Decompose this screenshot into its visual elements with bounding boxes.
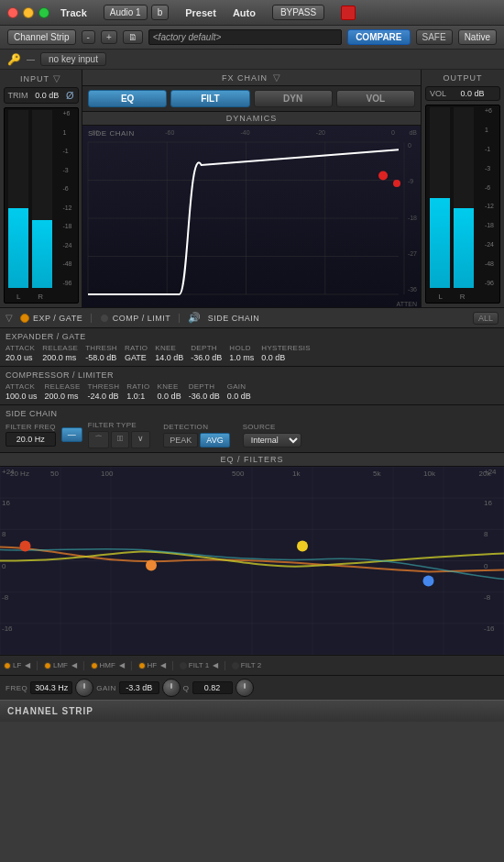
knee-value[interactable]: 14.0 dB	[155, 353, 183, 362]
native-btn[interactable]: Native	[458, 29, 497, 45]
hysteresis-value[interactable]: 0.0 dB	[261, 353, 311, 362]
minimize-button[interactable]	[23, 7, 34, 18]
hf-led[interactable]	[138, 662, 146, 669]
gain-knob[interactable]	[162, 679, 181, 697]
attack-value[interactable]: 20.0 us	[5, 353, 35, 362]
q-knob[interactable]	[236, 679, 254, 697]
comp-power-led[interactable]	[100, 314, 109, 323]
input-vu-meter: +61-1-3 -6-12-18-24 -48-96 L R	[4, 107, 79, 304]
plus-btn[interactable]: +	[101, 30, 117, 44]
detection-buttons: PEAK AVG	[163, 433, 229, 448]
db-label: dB	[409, 129, 417, 136]
comp-depth-value[interactable]: -36.0 dB	[189, 392, 220, 401]
ratio-value[interactable]: GATE	[125, 353, 148, 362]
filt1-band-ctrl: FILT 1 ◀	[180, 661, 218, 669]
thresh-value[interactable]: -58.0 dB	[85, 353, 117, 362]
input-arrow[interactable]: ▽	[53, 73, 61, 83]
audio1-btn[interactable]: Audio 1	[104, 5, 148, 20]
comp-thresh-value[interactable]: -24.0 dB	[88, 392, 120, 401]
hmf-led[interactable]	[91, 662, 98, 669]
eq-btn[interactable]: EQ	[88, 90, 167, 107]
vol-value[interactable]: 0.0 dB	[449, 89, 496, 98]
vol-row: VOL 0.0 dB	[425, 86, 500, 101]
comp-ratio-value[interactable]: 1.0:1	[126, 392, 149, 401]
minus-btn[interactable]: -	[82, 30, 95, 44]
comp-attack-group: ATTACK 100.0 us	[5, 382, 38, 401]
lf-led[interactable]	[4, 662, 11, 669]
audio-dropdown[interactable]: Audio 1 b	[104, 5, 169, 20]
exp-gate-title: EXPANDER / GATE	[5, 332, 499, 341]
side-chain-btn[interactable]: SIDE CHAIN	[208, 314, 260, 323]
trim-value[interactable]: 0.0 dB	[31, 91, 63, 100]
avg-btn[interactable]: AVG	[200, 433, 229, 448]
comp-release-value[interactable]: 200.0 ms	[45, 392, 81, 401]
dynamics-graph: SIDE CHAIN -80-60-40-200 dB 0-9-18-27-36…	[82, 126, 421, 307]
sc-title: SIDE CHAIN	[5, 409, 499, 418]
copy-btn[interactable]: 🗎	[123, 30, 143, 44]
filter-type-buttons: ⌒ ⌒̲ ∨	[88, 431, 151, 448]
filt-btn[interactable]: FILT	[170, 90, 249, 107]
channel-strip-btn[interactable]: Channel Strip	[7, 29, 76, 45]
exp-gate-btn[interactable]: EXP / GATE	[20, 314, 82, 323]
exp-power-led[interactable]	[20, 314, 29, 323]
gain-knob-dot	[170, 683, 172, 689]
exp-gate-label: EXP / GATE	[33, 314, 82, 323]
compare-button[interactable]: COMPARE	[347, 29, 410, 45]
dynamics-canvas	[82, 126, 421, 307]
source-dropdown[interactable]: Internal External	[243, 433, 301, 448]
ftype-v-btn[interactable]: ∨	[131, 431, 150, 448]
fx-chain-arrow[interactable]: ▽	[273, 72, 281, 83]
close-button[interactable]	[7, 7, 18, 18]
peak-btn[interactable]: PEAK	[163, 433, 198, 448]
lf-arrow[interactable]: ◀	[25, 661, 30, 669]
safe-button[interactable]: SAFE	[416, 29, 453, 45]
filter-freq-value[interactable]: 20.0 Hz	[5, 432, 56, 447]
hmf-arrow[interactable]: ◀	[119, 661, 125, 669]
hf-arrow[interactable]: ◀	[160, 661, 166, 669]
out-vu-bars	[430, 107, 474, 288]
comp-knee-value[interactable]: 0.0 dB	[158, 392, 181, 401]
ftype-shelf-btn[interactable]: ⌒̲	[111, 431, 130, 448]
ftype-hipass-btn[interactable]: ⌒	[88, 431, 109, 448]
preset-field[interactable]: <factory default>	[148, 29, 342, 45]
eq-section: EQ / FILTERS	[0, 453, 504, 655]
comp-limit-title: COMPRESSOR / LIMITER	[5, 370, 499, 380]
detection-group: DETECTION PEAK AVG	[163, 423, 229, 448]
gain-param-value[interactable]: -3.3 dB	[119, 681, 159, 694]
bypass-button[interactable]: BYPASS	[272, 5, 324, 20]
q-param-value[interactable]: 0.82	[192, 681, 233, 694]
freq-param-value[interactable]: 304.3 Hz	[30, 681, 72, 694]
eq-graph	[0, 467, 504, 655]
filt1-led[interactable]	[180, 662, 187, 669]
key-input-btn[interactable]: no key input	[40, 52, 106, 66]
phase-button[interactable]: Ø	[66, 90, 74, 101]
filt2-led[interactable]	[232, 662, 239, 669]
out-vu-lr-labels: L R	[430, 293, 474, 301]
comp-limit-btn[interactable]: COMP / LIMIT	[100, 314, 170, 323]
source-label: SOURCE	[243, 423, 301, 431]
ftype-flat-btn[interactable]: —	[61, 427, 82, 442]
filt1-arrow[interactable]: ◀	[213, 661, 218, 669]
vol-btn[interactable]: VOL	[336, 90, 415, 107]
hold-value[interactable]: 1.0 ms	[229, 353, 254, 362]
comp-gain-group: GAIN 0.0 dB	[227, 382, 251, 401]
vu-scale: +61-1-3 -6-12-18-24 -48-96	[59, 108, 75, 288]
dynamics-header: DYNAMICS	[82, 112, 421, 126]
lmf-arrow[interactable]: ◀	[71, 661, 77, 669]
filter-type-label: FILTER TYPE	[88, 421, 151, 429]
depth-value[interactable]: -36.0 dB	[191, 353, 222, 362]
comp-attack-value[interactable]: 100.0 us	[5, 392, 38, 401]
maximize-button[interactable]	[38, 7, 49, 18]
all-button[interactable]: ALL	[473, 312, 499, 325]
comp-gain-value[interactable]: 0.0 dB	[227, 392, 251, 401]
lmf-band-ctrl: LMF ◀	[44, 661, 77, 669]
exp-arrow[interactable]: ▽	[5, 313, 13, 323]
release-value[interactable]: 200.0 ms	[42, 353, 78, 362]
freq-knob[interactable]	[75, 679, 93, 697]
speaker-icon[interactable]: 🔊	[188, 312, 201, 324]
comp-ratio-label: RATIO	[126, 382, 149, 391]
record-button[interactable]	[341, 6, 356, 20]
dyn-btn[interactable]: DYN	[254, 90, 333, 107]
lmf-led[interactable]	[44, 662, 51, 669]
b-btn[interactable]: b	[151, 5, 170, 20]
